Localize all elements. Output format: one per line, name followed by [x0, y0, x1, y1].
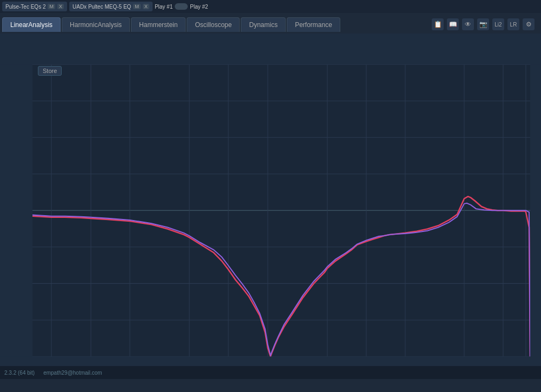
clipboard-icon[interactable]: 📋 [432, 18, 444, 30]
play-1-label: Play #1 [155, 4, 173, 10]
tab-harmonic-analysis[interactable]: HarmonicAnalysis [62, 17, 130, 32]
plugin-tab-2-label: UADx Pultec MEQ-5 EQ [72, 4, 131, 10]
play-toggle[interactable] [175, 3, 188, 10]
title-bar: Pulse-Tec EQs 2 M X UADx Pultec MEQ-5 EQ… [0, 0, 541, 13]
plugin-tab-1-m[interactable]: M [48, 4, 55, 9]
play-1-btn[interactable]: Play #1 [155, 3, 188, 10]
eye-icon[interactable]: 👁 [462, 18, 474, 30]
clip-right [530, 34, 541, 379]
plugin-tab-1-x[interactable]: X [57, 4, 64, 9]
tab-linear-analysis[interactable]: LinearAnalysis [2, 17, 61, 32]
plugin-tab-2-x[interactable]: X [143, 4, 149, 9]
plugin-tab-1-label: Pulse-Tec EQs 2 [5, 4, 45, 10]
plugin-tab-1[interactable]: Pulse-Tec EQs 2 M X [2, 2, 67, 11]
lr-icon[interactable]: LR [507, 18, 519, 30]
play-2-label: Play #2 [190, 4, 208, 10]
version-label: 2.3.2 (64 bit) [4, 370, 35, 376]
status-bar: 2.3.2 (64 bit) empath29@hotmail.com [0, 366, 541, 379]
tab-performance[interactable]: Performance [287, 17, 340, 32]
chart-area: Pulse-Tec EQs 2/UADx Pultec MEQ-5 EQ 0.0… [0, 34, 541, 379]
clip-top [0, 34, 541, 64]
frequency-chart: 10.0 dB 7.5 dB 5.0 dB 2.5 dB 0.0 dB -2.5… [0, 34, 541, 379]
book-icon[interactable]: 📖 [447, 18, 459, 30]
tab-bar: LinearAnalysis HarmonicAnalysis Hammerst… [0, 13, 541, 34]
toolbar-icons: 📋 📖 👁 📷 Li2 LR ⚙ [432, 18, 539, 30]
plugin-tab-2[interactable]: UADx Pultec MEQ-5 EQ M X [69, 2, 153, 11]
settings-icon[interactable]: ⚙ [523, 18, 535, 30]
tab-dynamics[interactable]: Dynamics [241, 17, 286, 32]
plugin-tab-2-m[interactable]: M [133, 4, 141, 9]
store-button[interactable]: Store [38, 66, 62, 76]
email-label: empath29@hotmail.com [43, 370, 102, 376]
tab-oscilloscope[interactable]: Oscilloscope [187, 17, 240, 32]
play-2-btn[interactable]: Play #2 [190, 4, 208, 10]
tab-hammerstein[interactable]: Hammerstein [131, 17, 186, 32]
clip-left [0, 34, 32, 379]
li2-icon[interactable]: Li2 [492, 18, 504, 30]
camera-icon[interactable]: 📷 [477, 18, 489, 30]
tabs-left: LinearAnalysis HarmonicAnalysis Hammerst… [2, 17, 340, 32]
